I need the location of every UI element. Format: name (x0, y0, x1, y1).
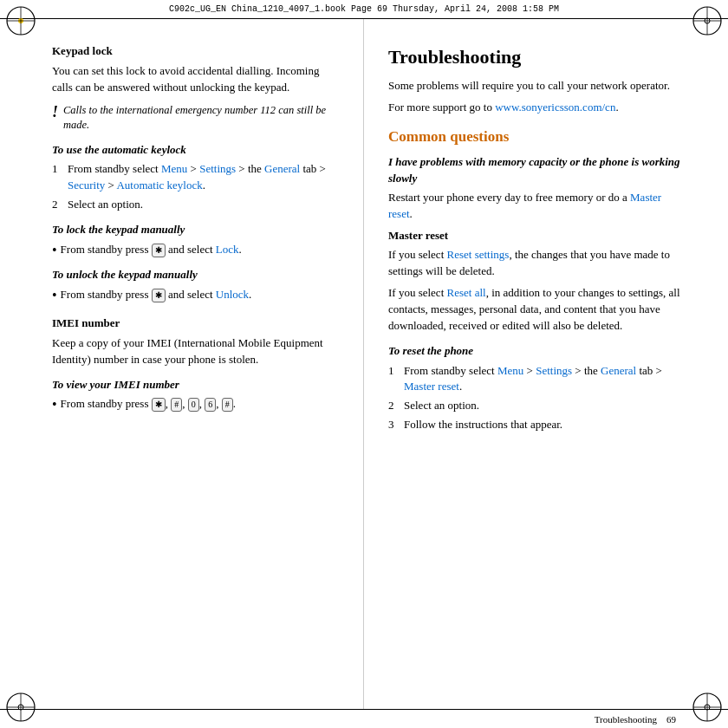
imei-description: Keep a copy of your IMEI (International … (52, 335, 339, 368)
keypad-lock-description: You can set this lock to avoid accidenta… (52, 63, 339, 96)
master-reset-link-2: Master reset (404, 380, 459, 393)
footer-label: Troubleshooting (595, 714, 657, 725)
unlock-link: Unlock (216, 288, 249, 301)
spacer-1 (52, 309, 339, 315)
header-bar: C902c_UG_EN China_1210_4097_1.book Page … (0, 0, 728, 19)
reset-phone-step-1: 1 From standby select Menu > Settings > … (388, 363, 685, 396)
header-text: C902c_UG_EN China_1210_4097_1.book Page … (169, 4, 559, 14)
reset-phone-step-2: 2 Select an option. (388, 398, 685, 414)
view-imei-step-1: • From standby press ✱, #, 0, 6, #. (52, 396, 339, 413)
memory-answer: Restart your phone every day to free mem… (388, 190, 685, 223)
troubleshooting-para1: Some problems will require you to call y… (388, 78, 685, 94)
auto-keylock-step-2: 2 Select an option. (52, 197, 339, 213)
general-link-1: General (264, 162, 300, 175)
common-questions-heading: Common questions (388, 127, 685, 148)
settings-link-2: Settings (536, 364, 572, 377)
asterisk-key-2: ✱ (152, 289, 166, 302)
master-reset-para2: If you select Reset all, in addition to … (388, 285, 685, 335)
reset-phone-step-3-text: Follow the instructions that appear. (404, 417, 562, 433)
master-reset-heading: Master reset (388, 228, 685, 244)
lock-link: Lock (216, 243, 239, 256)
corner-mark-tl (3, 3, 38, 38)
settings-link-1: Settings (199, 162, 236, 175)
corner-mark-tr (690, 3, 725, 38)
six-key: 6 (205, 398, 216, 412)
main-content: Keypad lock You can set this lock to avo… (0, 19, 728, 709)
troubleshooting-heading: Troubleshooting (388, 43, 685, 71)
menu-link-1: Menu (161, 162, 187, 175)
right-column: Troubleshooting Some problems will requi… (364, 19, 728, 709)
unlock-manually-steps: • From standby press ✱ and select Unlock… (52, 287, 339, 303)
left-column: Keypad lock You can set this lock to avo… (0, 19, 364, 709)
footer-bar: Troubleshooting 69 (0, 709, 728, 728)
warning-text: Calls to the international emergency num… (63, 103, 339, 133)
zero-key: 0 (188, 398, 199, 412)
corner-mark-bl (3, 690, 38, 725)
reset-all-link: Reset all (447, 286, 486, 299)
asterisk-key-1: ✱ (152, 244, 166, 257)
troubleshooting-para2: For more support go to www.sonyericsson.… (388, 100, 685, 116)
footer-page-number: 69 (666, 714, 676, 725)
keypad-lock-heading: Keypad lock (52, 43, 339, 60)
master-reset-para1: If you select Reset settings, the change… (388, 247, 685, 280)
warning-icon: ! (52, 104, 58, 120)
security-link: Security (68, 179, 105, 192)
view-imei-steps: • From standby press ✱, #, 0, 6, #. (52, 396, 339, 413)
lock-manually-heading: To lock the keypad manually (52, 222, 339, 238)
corner-mark-br (690, 690, 725, 725)
reset-settings-link: Reset settings (447, 248, 510, 261)
auto-keylock-step-1: 1 From standby select Menu > Settings > … (52, 161, 339, 194)
lock-manually-steps: • From standby press ✱ and select Lock. (52, 242, 339, 258)
auto-keylock-heading: To use the automatic keylock (52, 142, 339, 159)
reset-phone-steps: 1 From standby select Menu > Settings > … (388, 363, 685, 433)
imei-heading: IMEI number (52, 315, 339, 332)
unlock-manually-step-1: • From standby press ✱ and select Unlock… (52, 287, 339, 303)
view-imei-heading: To view your IMEI number (52, 377, 339, 393)
troubleshooting-para2-suffix: . (615, 101, 618, 114)
lock-manually-step-1: • From standby press ✱ and select Lock. (52, 242, 339, 258)
reset-phone-step-3: 3 Follow the instructions that appear. (388, 417, 685, 433)
auto-keylock-link: Automatic keylock (116, 179, 202, 192)
unlock-manually-heading: To unlock the keypad manually (52, 267, 339, 283)
auto-keylock-steps: 1 From standby select Menu > Settings > … (52, 161, 339, 213)
hash-key-1: # (171, 398, 182, 412)
support-link: www.sonyericsson.com/cn (495, 101, 615, 114)
troubleshooting-para2-prefix: For more support go to (388, 101, 495, 114)
reset-phone-heading: To reset the phone (388, 343, 685, 360)
reset-phone-step-2-text: Select an option. (404, 398, 479, 414)
general-link-2: General (601, 364, 636, 377)
warning-box: ! Calls to the international emergency n… (52, 103, 339, 133)
memory-question: I have problems with memory capacity or … (388, 154, 685, 187)
menu-link-2: Menu (497, 364, 523, 377)
asterisk-key-3: ✱ (152, 398, 166, 412)
hash-key-2: # (222, 398, 233, 412)
auto-keylock-step-2-text: Select an option. (68, 197, 143, 213)
